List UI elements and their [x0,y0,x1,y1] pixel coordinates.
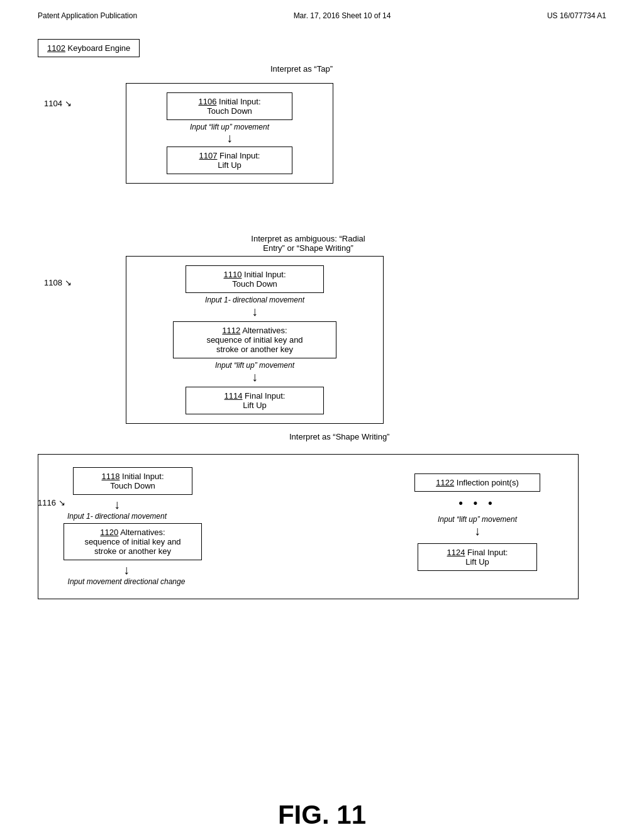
arrow-down-5: ↓ [123,563,130,577]
fig-label: FIG. 11 [0,794,644,830]
box-1120-line1: Alternatives: [120,528,165,537]
kb-engine-label: Keyboard Engine [68,43,131,53]
box-1114-line1: Final Input: [245,391,285,401]
group-1104: 1106 Initial Input: Touch Down Input “li… [126,83,333,184]
box-1106-line1: Initial Input: [219,97,261,106]
box-1112-line3: stroke or another key [216,345,293,354]
interpret-shape-label: Interpret as “Shape Writing” [289,432,389,441]
box-1118: 1118 Initial Input: Touch Down [73,467,192,495]
box-1106-id: 1106 [198,97,216,106]
box-1107-line1: Final Input: [219,151,260,160]
arrow-label-5: Input movement directional change [68,577,186,586]
box-1112-id: 1112 [222,326,240,335]
box-1107-line2: Lift Up [218,160,242,170]
box-1114-id: 1114 [225,391,243,401]
arrow-down-6: ↓ [474,524,480,538]
box-1118-line2: Touch Down [110,481,155,490]
box-1120-line3: stroke or another key [94,546,171,556]
box-1124-line1: Final Input: [467,548,508,557]
arrow-down-4: ↓ [114,497,120,512]
interpret-tap-label: Interpret as “Tap” [270,64,333,74]
box-1106: 1106 Initial Input: Touch Down [167,92,292,120]
label-1108: 1108 ↘ [44,278,72,287]
box-1112-line1: Alternatives: [242,326,287,335]
header-left: Patent Application Publication [38,11,137,20]
kb-engine-id: 1102 [47,43,65,53]
arrow-label-1: Input “lift up” movement [190,123,269,131]
diagram-area: 1102 Keyboard Engine Interpret as “Tap” … [0,26,644,781]
box-1122-id: 1122 [436,478,454,487]
arrow-label-3: Input “lift up” movement [215,361,294,370]
header-middle: Mar. 17, 2016 Sheet 10 of 14 [294,11,391,20]
header-right: US 16/077734 A1 [547,11,606,20]
box-1124-line2: Lift Up [465,557,489,567]
arrow-label-6: Input “lift up” movement [438,515,517,524]
arrow-label-2: Input 1- directional movement [205,296,304,304]
box-1110: 1110 Initial Input: Touch Down [186,265,324,293]
box-1112: 1112 Alternatives: sequence of initial k… [173,321,336,358]
page-header: Patent Application Publication Mar. 17, … [0,0,644,26]
box-1120: 1120 Alternatives: sequence of initial k… [64,523,202,560]
box-1122: 1122 Inflection point(s) [414,473,540,492]
arrow-down-1: ↓ [226,131,233,144]
box-1110-line2: Touch Down [232,279,277,289]
box-1120-id: 1120 [100,528,118,537]
arrow-down-3: ↓ [252,370,258,384]
dots: • • • [459,497,496,510]
box-1107-id: 1107 [199,151,218,160]
arrow-label-4: Input 1- directional movement [67,512,167,521]
box-1114-line2: Lift Up [243,401,267,410]
box-1114: 1114 Final Input: Lift Up [186,387,324,414]
box-1118-id: 1118 [101,472,119,481]
interpret-ambiguous-label: Interpret as ambiguous: “RadialEntry” or… [239,234,377,253]
box-1124: 1124 Final Input: Lift Up [418,543,537,571]
box-1120-line2: sequence of initial key and [84,537,180,546]
group-1108: 1110 Initial Input: Touch Down Input 1- … [126,256,384,424]
box-1112-line2: sequence of initial key and [206,335,303,345]
group-1116: 1118 Initial Input: Touch Down ↓ Input 1… [38,454,579,599]
box-1107: 1107 Final Input: Lift Up [167,147,292,174]
kb-engine-box: 1102 Keyboard Engine [38,39,140,57]
box-1118-line1: Initial Input: [122,472,164,481]
box-1106-line2: Touch Down [207,106,252,116]
box-1124-id: 1124 [447,548,465,557]
box-1110-line1: Initial Input: [244,270,286,279]
label-1104: 1104 ↘ [44,99,72,108]
box-1110-id: 1110 [223,270,242,279]
box-1122-label: Inflection point(s) [457,478,519,487]
arrow-down-2: ↓ [252,304,258,319]
